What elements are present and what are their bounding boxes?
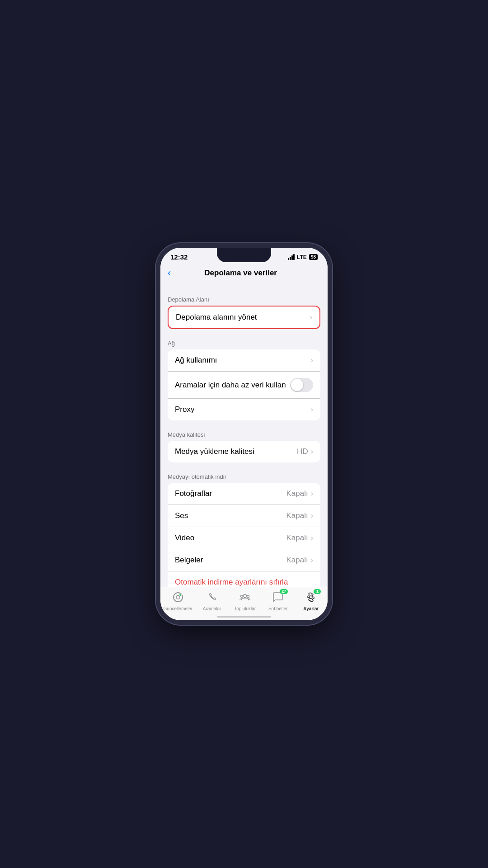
photos-value: Kapalı <box>286 489 308 498</box>
network-items: Ağ kullanımı › Aramalar için daha az ver… <box>168 349 320 420</box>
svg-point-5 <box>247 595 249 598</box>
calls-label: Aramalar <box>203 606 221 611</box>
storage-items: Depolama alanını yönet › <box>168 306 320 329</box>
photos-label: Fotoğraflar <box>175 489 286 498</box>
documents-label: Belgeler <box>175 556 286 565</box>
nav-header: ‹ Depolama ve veriler <box>160 263 328 285</box>
video-label: Video <box>175 533 286 542</box>
svg-point-3 <box>244 594 247 598</box>
media-upload-quality-value: HD <box>297 447 308 456</box>
storage-section: Depolama Alanı Depolama alanını yönet › <box>160 296 328 329</box>
tab-updates[interactable]: Güncellemeler <box>164 591 192 611</box>
low-data-toggle[interactable] <box>290 378 313 392</box>
audio-item[interactable]: Ses Kapalı › <box>168 505 320 527</box>
updates-label: Güncellemeler <box>164 606 192 611</box>
home-indicator <box>217 616 271 618</box>
network-usage-label: Ağ kullanımı <box>175 356 311 365</box>
low-data-label: Aramalar için daha az veri kullan <box>175 381 290 390</box>
documents-chevron: › <box>311 556 313 564</box>
documents-value: Kapalı <box>286 556 308 565</box>
media-quality-header: Medya kalitesi <box>160 431 328 441</box>
status-time: 12:32 <box>170 253 188 261</box>
manage-storage-chevron: › <box>310 313 312 321</box>
media-upload-quality-item[interactable]: Medya yükleme kalitesi HD › <box>168 441 320 462</box>
toggle-thumb <box>291 379 303 391</box>
updates-icon <box>172 591 184 605</box>
calls-icon <box>206 591 218 605</box>
signal-bars <box>288 254 295 260</box>
media-quality-items: Medya yükleme kalitesi HD › <box>168 441 320 462</box>
tab-bar: Güncellemeler Aramalar <box>160 587 328 620</box>
photos-chevron: › <box>311 490 313 498</box>
notch <box>217 248 271 262</box>
proxy-item[interactable]: Proxy › <box>168 399 320 420</box>
manage-storage-label: Depolama alanını yönet <box>176 313 310 322</box>
svg-point-2 <box>179 594 181 596</box>
video-value: Kapalı <box>286 533 308 542</box>
auto-download-header: Medyayı otomatik indir <box>160 473 328 483</box>
chats-icon: 27 <box>272 591 284 605</box>
content-area: Depolama Alanı Depolama alanını yönet › … <box>160 285 328 587</box>
tab-chats[interactable]: 27 Sohbetler <box>264 591 291 611</box>
network-type: LTE <box>297 254 307 260</box>
svg-point-1 <box>176 595 180 599</box>
auto-download-items: Fotoğraflar Kapalı › Ses Kapalı › Video … <box>168 483 320 587</box>
documents-item[interactable]: Belgeler Kapalı › <box>168 549 320 571</box>
battery: 98 <box>309 254 318 260</box>
back-button[interactable]: ‹ <box>168 266 174 280</box>
communities-label: Topluluklar <box>234 606 256 611</box>
video-chevron: › <box>311 534 313 542</box>
chats-badge: 27 <box>280 589 288 594</box>
tab-settings[interactable]: 1 Ayarlar <box>297 591 324 611</box>
svg-point-6 <box>310 596 312 599</box>
reset-auto-download-item[interactable]: Otomatik indirme ayarlarını sıfırla <box>168 571 320 587</box>
manage-storage-item[interactable]: Depolama alanını yönet › <box>169 307 319 328</box>
tab-communities[interactable]: Topluluklar <box>231 591 258 611</box>
audio-chevron: › <box>311 512 313 520</box>
reset-auto-download-label: Otomatik indirme ayarlarını sıfırla <box>175 578 288 587</box>
video-item[interactable]: Video Kapalı › <box>168 527 320 549</box>
network-section: Ağ Ağ kullanımı › Aramalar için daha az … <box>160 340 328 420</box>
media-quality-section: Medya kalitesi Medya yükleme kalitesi HD… <box>160 431 328 462</box>
network-section-header: Ağ <box>160 340 328 349</box>
settings-label: Ayarlar <box>303 606 319 611</box>
chats-label: Sohbetler <box>268 606 288 611</box>
network-usage-chevron: › <box>311 356 313 364</box>
page-title: Depolama ve veriler <box>174 269 307 278</box>
proxy-label: Proxy <box>175 405 311 414</box>
proxy-chevron: › <box>311 406 313 414</box>
phone-frame: 12:32 LTE 98 ‹ Depolama ve veriler <box>156 243 332 625</box>
communities-icon <box>239 591 251 605</box>
network-usage-item[interactable]: Ağ kullanımı › <box>168 349 320 372</box>
settings-icon: 1 <box>305 591 317 605</box>
settings-badge: 1 <box>314 589 321 594</box>
back-chevron-icon: ‹ <box>168 268 171 278</box>
svg-point-4 <box>241 595 243 598</box>
auto-download-section: Medyayı otomatik indir Fotoğraflar Kapal… <box>160 473 328 587</box>
photos-item[interactable]: Fotoğraflar Kapalı › <box>168 483 320 505</box>
media-quality-chevron: › <box>311 448 313 456</box>
low-data-item[interactable]: Aramalar için daha az veri kullan <box>168 372 320 399</box>
phone-inner: 12:32 LTE 98 ‹ Depolama ve veriler <box>160 248 328 620</box>
tab-calls[interactable]: Aramalar <box>198 591 225 611</box>
audio-value: Kapalı <box>286 511 308 520</box>
storage-section-header: Depolama Alanı <box>160 296 328 306</box>
status-icons: LTE 98 <box>288 254 318 260</box>
audio-label: Ses <box>175 511 286 520</box>
media-upload-quality-label: Medya yükleme kalitesi <box>175 447 297 456</box>
